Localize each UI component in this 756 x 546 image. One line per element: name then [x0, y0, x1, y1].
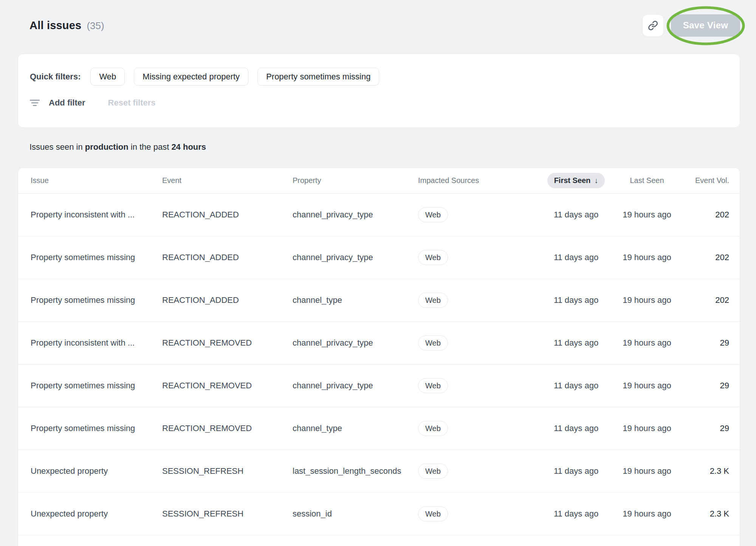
property-cell: channel_privacy_type [293, 253, 418, 262]
event-cell: REACTION_ADDED [162, 295, 293, 305]
first-seen-cell: 11 days ago [544, 338, 608, 348]
table-row[interactable]: Property sometimes missing REACTION_ADDE… [18, 236, 740, 279]
topbar: All issues (35) Save View [18, 14, 740, 37]
first-seen-cell: 11 days ago [544, 466, 608, 476]
issue-cell: Property sometimes missing [31, 381, 162, 391]
filters-card: Quick filters: WebMissing expected prope… [18, 54, 740, 128]
issues-page: All issues (35) Save View Q [0, 0, 756, 546]
source-badge: Web [418, 506, 448, 521]
property-cell: channel_type [293, 295, 418, 305]
source-badge: Web [418, 335, 448, 351]
source-badge: Web [418, 207, 448, 222]
property-cell: channel_privacy_type [293, 338, 418, 348]
impacted-sources-cell: Web [418, 293, 544, 308]
issue-cell: Unexpected property [31, 466, 162, 476]
event-cell: REACTION_ADDED [162, 253, 293, 262]
issue-cell: Property sometimes missing [31, 253, 162, 262]
source-badge: Web [418, 464, 448, 479]
event-vol-cell: 202 [686, 210, 729, 220]
col-event[interactable]: Event [162, 176, 293, 185]
impacted-sources-cell: Web [418, 250, 544, 265]
event-vol-cell: 29 [686, 338, 729, 348]
quick-filter-chips: WebMissing expected propertyProperty som… [90, 68, 379, 85]
quick-filter-chip[interactable]: Property sometimes missing [257, 68, 379, 85]
col-first-seen[interactable]: First Seen ↓ [544, 173, 608, 188]
event-vol-cell: 202 [686, 253, 729, 262]
source-badge: Web [418, 293, 448, 308]
table-row[interactable]: Unexpected property SESSION_REFRESH sess… [18, 493, 740, 535]
event-vol-cell: 2.3 K [686, 466, 729, 476]
quick-filters-label: Quick filters: [30, 72, 81, 82]
table-row[interactable]: Property inconsistent with ... REACTION_… [18, 322, 740, 365]
property-cell: channel_privacy_type [293, 210, 418, 220]
copy-link-button[interactable] [642, 14, 664, 37]
col-impacted-sources[interactable]: Impacted Sources [418, 176, 544, 185]
first-seen-label: First Seen [554, 176, 591, 185]
impacted-sources-cell: Web [418, 207, 544, 222]
last-seen-cell: 19 hours ago [608, 466, 686, 476]
table-body: Property inconsistent with ... REACTION_… [18, 194, 740, 535]
table-row[interactable]: Property sometimes missing REACTION_REMO… [18, 365, 740, 407]
impacted-sources-cell: Web [418, 378, 544, 393]
first-seen-cell: 11 days ago [544, 295, 608, 305]
last-seen-cell: 19 hours ago [608, 509, 686, 519]
last-seen-cell: 19 hours ago [608, 423, 686, 433]
table-row[interactable]: Property sometimes missing REACTION_ADDE… [18, 279, 740, 322]
impacted-sources-cell: Web [418, 464, 544, 479]
first-seen-cell: 11 days ago [544, 423, 608, 433]
page-title: All issues (35) [18, 19, 104, 32]
add-filter-label: Add filter [49, 98, 85, 108]
table-header-row: Issue Event Property Impacted Sources Fi… [18, 168, 740, 194]
table-row[interactable]: Unexpected property SESSION_REFRESH last… [18, 450, 740, 493]
save-view-button[interactable]: Save View [671, 14, 740, 37]
property-cell: channel_privacy_type [293, 381, 418, 391]
last-seen-cell: 19 hours ago [608, 253, 686, 262]
sort-desc-arrow-icon: ↓ [594, 176, 598, 185]
topbar-actions: Save View [642, 14, 740, 37]
property-cell: last_session_length_seconds [293, 466, 418, 476]
issue-count-badge: (35) [87, 20, 104, 32]
first-seen-cell: 11 days ago [544, 509, 608, 519]
issue-cell: Property inconsistent with ... [31, 338, 162, 348]
table-row[interactable]: Property inconsistent with ... REACTION_… [18, 194, 740, 236]
page-title-text: All issues [29, 19, 81, 32]
source-badge: Web [418, 378, 448, 393]
event-cell: REACTION_REMOVED [162, 338, 293, 348]
issues-table: Issue Event Property Impacted Sources Fi… [18, 168, 740, 546]
save-view-wrap: Save View [671, 14, 740, 37]
last-seen-cell: 19 hours ago [608, 210, 686, 220]
filter-actions-row: Add filter Reset filters [30, 98, 728, 108]
col-last-seen[interactable]: Last Seen [608, 176, 686, 185]
last-seen-cell: 19 hours ago [608, 295, 686, 305]
link-icon [648, 20, 658, 31]
issues-summary: Issues seen in production in the past 24… [29, 142, 740, 152]
summary-prefix: Issues seen in [29, 142, 85, 152]
property-cell: channel_type [293, 423, 418, 433]
issue-cell: Property sometimes missing [31, 423, 162, 433]
event-cell: REACTION_ADDED [162, 210, 293, 220]
reset-filters-button[interactable]: Reset filters [108, 98, 156, 108]
last-seen-cell: 19 hours ago [608, 338, 686, 348]
impacted-sources-cell: Web [418, 335, 544, 351]
event-vol-cell: 2.3 K [686, 509, 729, 519]
col-issue[interactable]: Issue [31, 176, 162, 185]
last-seen-cell: 19 hours ago [608, 381, 686, 391]
quick-filter-chip[interactable]: Missing expected property [134, 68, 248, 85]
col-property[interactable]: Property [293, 176, 418, 185]
event-vol-cell: 202 [686, 295, 729, 305]
event-cell: SESSION_REFRESH [162, 466, 293, 476]
issue-cell: Unexpected property [31, 509, 162, 519]
event-vol-cell: 29 [686, 423, 729, 433]
col-event-vol[interactable]: Event Vol. [686, 176, 729, 185]
impacted-sources-cell: Web [418, 421, 544, 436]
quick-filter-chip[interactable]: Web [90, 68, 125, 85]
source-badge: Web [418, 250, 448, 265]
first-seen-cell: 11 days ago [544, 381, 608, 391]
event-cell: SESSION_REFRESH [162, 509, 293, 519]
event-vol-cell: 29 [686, 381, 729, 391]
first-seen-sort-pill[interactable]: First Seen ↓ [547, 173, 605, 188]
summary-environment: production [85, 142, 129, 152]
first-seen-cell: 11 days ago [544, 253, 608, 262]
table-row[interactable]: Property sometimes missing REACTION_REMO… [18, 407, 740, 450]
add-filter-button[interactable]: Add filter [30, 98, 85, 108]
